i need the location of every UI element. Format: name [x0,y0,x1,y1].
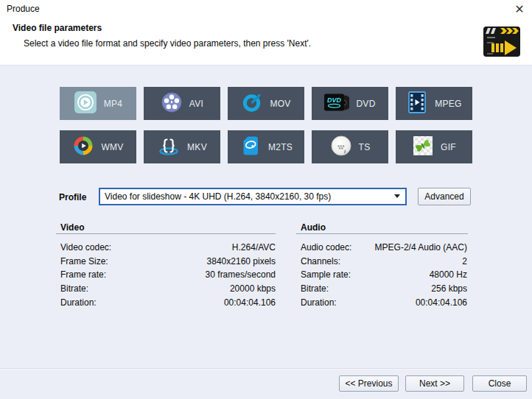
previous-button[interactable]: << Previous [339,375,399,392]
advanced-button[interactable]: Advanced [418,188,471,205]
bluray-icon [239,135,262,159]
format-button-gif[interactable]: GIF [396,130,472,163]
table-row: Duration:00:04:04.106 [301,295,467,309]
format-label: GIF [441,142,456,152]
close-button[interactable]: Close [472,375,527,392]
close-icon[interactable]: ✕ [512,2,527,17]
butterfly-icon [412,135,434,159]
row-label: Duration: [60,297,97,308]
table-row: Bitrate:20000 kbps [60,282,276,296]
video-section-title: Video [60,222,84,233]
profile-label: Profile [59,192,86,202]
filmstrip-icon [406,91,428,116]
format-label: WMV [101,142,123,152]
table-row: Duration:00:04:04.106 [60,295,276,309]
format-label: MKV [187,142,207,152]
audio-details-table: Audio codec:MPEG-2/4 Audio (AAC) Channel… [301,241,467,309]
format-button-avi[interactable]: AVI [144,87,220,120]
row-value: 30 frames/second [206,269,276,280]
window-title: Produce [7,4,40,14]
row-value: MPEG-2/4 Audio (AAC) [375,242,467,253]
audio-section-divider [296,233,468,234]
row-label: Bitrate: [60,283,88,294]
row-label: Channels: [301,256,340,266]
page-subtitle: Select a video file format and specify v… [24,38,311,49]
row-label: Video codec: [60,242,111,253]
quicktime-icon [241,91,263,116]
table-row: Bitrate:256 kbps [301,282,467,296]
row-value: 3840x2160 pixels [207,256,276,266]
color-wheel-play-icon [72,135,94,159]
dvd-logo-icon: DVD [324,91,349,116]
row-label: Bitrate: [301,283,329,294]
row-label: Sample rate: [301,269,351,280]
audio-section-title: Audio [301,222,326,233]
table-row: Video codec:H.264/AVC [60,241,276,255]
svg-text:DVD: DVD [327,96,342,104]
table-row: Frame rate:30 frames/second [60,268,276,282]
profile-dropdown-value: Video for slideshow - 4K UHD (H.264, 384… [105,191,331,202]
row-value: 00:04:04.106 [416,297,467,308]
next-button[interactable]: Next >> [405,375,464,392]
format-button-wmv[interactable]: WMV [60,130,136,163]
format-label: M2TS [268,142,293,152]
format-button-mkv[interactable]: MKV [144,130,220,163]
row-value: H.264/AVC [232,242,276,253]
row-value: 2 [462,256,467,266]
row-value: 00:04:04.106 [224,297,276,308]
video-details-table: Video codec:H.264/AVC Frame Size:3840x21… [60,241,276,309]
row-value: 20000 kbps [230,283,276,294]
chevron-down-icon [394,194,400,198]
table-row: Channels:2 [301,255,467,269]
table-row: Sample rate:48000 Hz [301,268,467,282]
row-value: 256 kbps [431,283,467,294]
row-label: Audio codec: [301,242,351,253]
row-label: Frame rate: [60,269,106,280]
table-row: Audio codec:MPEG-2/4 Audio (AAC) [301,241,467,255]
row-label: Duration: [301,297,337,308]
format-label: MP4 [104,99,123,109]
format-label: DVD [356,99,375,109]
film-reel-icon [161,91,183,116]
format-button-m2ts[interactable]: M2TS [228,130,304,163]
produce-clapperboard-icon [483,24,521,60]
format-button-mp4[interactable]: MP4 [60,87,136,120]
satellite-sphere-icon [330,135,352,159]
format-button-mpeg[interactable]: MPEG [396,87,472,120]
row-value: 48000 Hz [430,269,467,280]
row-label: Frame Size: [60,256,108,266]
mp4-player-icon [74,91,97,116]
table-row: Frame Size:3840x2160 pixels [60,255,276,269]
format-label: MPEG [435,99,462,109]
page-title: Video file parameters [13,23,102,33]
matroska-braces-icon [157,135,181,159]
format-label: TS [359,142,371,152]
format-label: AVI [189,99,203,109]
format-button-ts[interactable]: TS [312,130,388,163]
format-label: MOV [270,99,290,109]
footer-divider [0,368,532,370]
video-section-divider [56,233,276,234]
profile-dropdown[interactable]: Video for slideshow - 4K UHD (H.264, 384… [99,188,407,205]
format-button-dvd[interactable]: DVD DVD [312,87,388,120]
format-button-mov[interactable]: MOV [228,87,304,120]
